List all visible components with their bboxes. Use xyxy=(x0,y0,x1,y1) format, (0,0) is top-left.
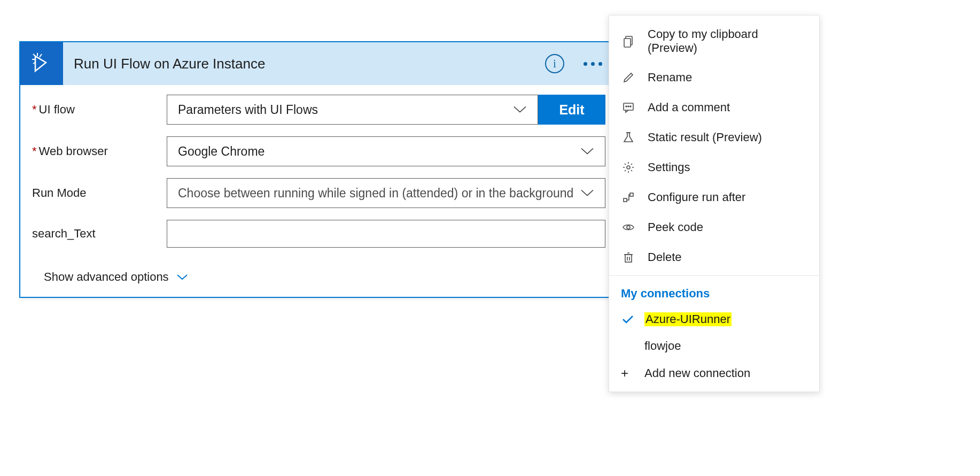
menu-label: Settings xyxy=(648,160,690,174)
check-icon xyxy=(621,312,635,326)
form-row-browser: Web browser Google Chrome xyxy=(32,136,605,166)
svg-point-8 xyxy=(626,106,627,107)
connections-title: My connections xyxy=(609,279,819,306)
searchtext-input[interactable] xyxy=(167,220,605,248)
svg-rect-6 xyxy=(624,39,631,47)
add-new-connection[interactable]: + Add new connection xyxy=(609,359,819,387)
menu-label: Peek code xyxy=(648,220,703,234)
card-header[interactable]: Run UI Flow on Azure Instance i xyxy=(20,42,617,85)
chevron-down-icon xyxy=(580,186,594,201)
menu-label: Delete xyxy=(648,250,682,264)
menu-divider xyxy=(609,275,819,276)
svg-point-10 xyxy=(630,106,631,107)
menu-delete[interactable]: Delete xyxy=(609,242,819,272)
browser-select[interactable]: Google Chrome xyxy=(167,136,605,166)
show-advanced-options[interactable]: Show advanced options xyxy=(44,270,605,284)
card-body: UI flow Parameters with UI Flows Edit We… xyxy=(20,85,617,297)
svg-rect-16 xyxy=(625,255,632,262)
chevron-down-icon xyxy=(513,103,527,117)
eye-icon xyxy=(621,220,636,235)
flask-icon xyxy=(621,130,636,145)
browser-value: Google Chrome xyxy=(178,144,265,159)
menu-rename[interactable]: Rename xyxy=(609,63,819,93)
label-searchtext: search_Text xyxy=(32,227,167,241)
more-actions-button[interactable] xyxy=(579,58,606,70)
menu-settings[interactable]: Settings xyxy=(609,152,819,182)
advanced-label: Show advanced options xyxy=(44,270,169,284)
menu-label: Copy to my clipboard (Preview) xyxy=(648,27,807,55)
chevron-down-icon xyxy=(580,144,594,159)
card-title[interactable]: Run UI Flow on Azure Instance xyxy=(74,56,545,72)
menu-label: Static result (Preview) xyxy=(648,130,762,144)
svg-point-12 xyxy=(627,166,630,169)
action-card: Run UI Flow on Azure Instance i UI flow … xyxy=(19,41,618,298)
form-row-uiflow: UI flow Parameters with UI Flows Edit xyxy=(32,95,605,125)
runmode-placeholder: Choose between running while signed in (… xyxy=(178,186,573,201)
svg-rect-13 xyxy=(624,198,627,202)
plus-icon: + xyxy=(621,366,635,381)
svg-point-15 xyxy=(627,226,630,229)
uiflow-select[interactable]: Parameters with UI Flows xyxy=(167,95,538,125)
menu-static-result[interactable]: Static result (Preview) xyxy=(609,122,819,152)
form-row-runmode: Run Mode Choose between running while si… xyxy=(32,178,605,208)
connection-label: Azure-UIRunner xyxy=(644,312,732,326)
label-uiflow: UI flow xyxy=(32,103,167,117)
check-placeholder xyxy=(621,339,635,353)
comment-icon xyxy=(621,100,636,115)
connection-azure-uirunner[interactable]: Azure-UIRunner xyxy=(609,306,819,333)
chevron-down-icon xyxy=(176,270,188,284)
pencil-icon xyxy=(621,70,636,85)
uiflow-icon xyxy=(20,42,63,85)
trash-icon xyxy=(621,250,636,265)
svg-line-2 xyxy=(40,54,42,57)
edit-button[interactable]: Edit xyxy=(538,95,605,125)
label-browser: Web browser xyxy=(32,144,167,158)
connection-label: flowjoe xyxy=(644,339,681,353)
form-row-searchtext: search_Text xyxy=(32,220,605,248)
uiflow-value: Parameters with UI Flows xyxy=(178,103,318,117)
connection-flowjoe[interactable]: flowjoe xyxy=(609,333,819,359)
flow-icon xyxy=(621,190,636,205)
svg-rect-14 xyxy=(630,193,633,196)
menu-peek-code[interactable]: Peek code xyxy=(609,212,819,242)
menu-configure-run-after[interactable]: Configure run after xyxy=(609,182,819,212)
add-connection-label: Add new connection xyxy=(644,366,750,380)
menu-add-comment[interactable]: Add a comment xyxy=(609,93,819,122)
menu-label: Rename xyxy=(648,71,692,85)
label-runmode: Run Mode xyxy=(32,186,167,200)
clipboard-icon xyxy=(621,34,636,49)
menu-label: Configure run after xyxy=(648,190,745,204)
gear-icon xyxy=(621,160,636,175)
svg-point-9 xyxy=(628,106,629,107)
info-icon[interactable]: i xyxy=(545,54,564,73)
menu-copy-clipboard[interactable]: Copy to my clipboard (Preview) xyxy=(609,20,819,63)
context-menu: Copy to my clipboard (Preview) Rename Ad… xyxy=(609,15,820,392)
menu-label: Add a comment xyxy=(648,101,730,114)
runmode-select[interactable]: Choose between running while signed in (… xyxy=(167,178,605,208)
